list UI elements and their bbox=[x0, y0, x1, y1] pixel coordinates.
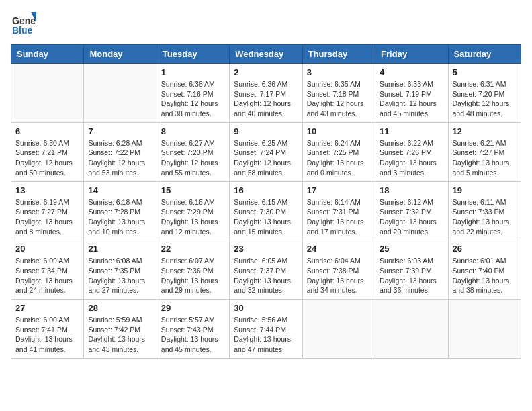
weekday-header-monday: Monday bbox=[84, 45, 157, 64]
calendar: SundayMondayTuesdayWednesdayThursdayFrid… bbox=[11, 44, 521, 359]
logo-icon: General Blue bbox=[11, 11, 36, 36]
calendar-cell: 22Sunrise: 6:07 AM Sunset: 7:36 PM Dayli… bbox=[157, 240, 229, 300]
day-number: 14 bbox=[88, 185, 152, 195]
day-info: Sunrise: 6:25 AM Sunset: 7:24 PM Dayligh… bbox=[234, 138, 298, 178]
calendar-cell: 9Sunrise: 6:25 AM Sunset: 7:24 PM Daylig… bbox=[230, 122, 302, 181]
day-number: 18 bbox=[380, 185, 443, 195]
day-number: 21 bbox=[88, 244, 152, 254]
calendar-cell: 6Sunrise: 6:30 AM Sunset: 7:21 PM Daylig… bbox=[11, 122, 84, 181]
weekday-header-tuesday: Tuesday bbox=[157, 45, 229, 64]
day-number: 20 bbox=[15, 244, 79, 254]
day-info: Sunrise: 6:03 AM Sunset: 7:39 PM Dayligh… bbox=[380, 256, 443, 295]
calendar-week-2: 6Sunrise: 6:30 AM Sunset: 7:21 PM Daylig… bbox=[11, 122, 521, 181]
day-info: Sunrise: 6:00 AM Sunset: 7:41 PM Dayligh… bbox=[15, 315, 79, 355]
calendar-cell bbox=[375, 300, 448, 359]
calendar-cell: 8Sunrise: 6:27 AM Sunset: 7:23 PM Daylig… bbox=[157, 122, 229, 181]
day-number: 3 bbox=[307, 67, 371, 77]
calendar-week-4: 20Sunrise: 6:09 AM Sunset: 7:34 PM Dayli… bbox=[11, 240, 521, 300]
calendar-cell: 20Sunrise: 6:09 AM Sunset: 7:34 PM Dayli… bbox=[11, 240, 84, 300]
calendar-week-3: 13Sunrise: 6:19 AM Sunset: 7:27 PM Dayli… bbox=[11, 181, 521, 240]
svg-text:Blue: Blue bbox=[12, 25, 33, 36]
day-number: 25 bbox=[380, 244, 443, 254]
calendar-cell bbox=[302, 300, 375, 359]
day-info: Sunrise: 5:57 AM Sunset: 7:43 PM Dayligh… bbox=[161, 315, 225, 355]
day-number: 8 bbox=[161, 126, 225, 136]
day-number: 2 bbox=[234, 67, 298, 77]
day-info: Sunrise: 6:22 AM Sunset: 7:26 PM Dayligh… bbox=[380, 138, 443, 178]
calendar-cell: 13Sunrise: 6:19 AM Sunset: 7:27 PM Dayli… bbox=[11, 181, 84, 240]
calendar-cell: 29Sunrise: 5:57 AM Sunset: 7:43 PM Dayli… bbox=[157, 300, 229, 359]
day-number: 17 bbox=[307, 185, 371, 195]
calendar-cell: 15Sunrise: 6:16 AM Sunset: 7:29 PM Dayli… bbox=[157, 181, 229, 240]
day-info: Sunrise: 6:14 AM Sunset: 7:31 PM Dayligh… bbox=[307, 197, 371, 237]
calendar-cell: 2Sunrise: 6:36 AM Sunset: 7:17 PM Daylig… bbox=[230, 64, 302, 123]
day-info: Sunrise: 6:15 AM Sunset: 7:30 PM Dayligh… bbox=[234, 197, 298, 237]
calendar-cell: 24Sunrise: 6:04 AM Sunset: 7:38 PM Dayli… bbox=[302, 240, 375, 300]
day-number: 23 bbox=[234, 244, 298, 254]
day-number: 29 bbox=[161, 303, 225, 313]
weekday-header-friday: Friday bbox=[375, 45, 448, 64]
day-number: 6 bbox=[15, 126, 79, 136]
day-info: Sunrise: 6:18 AM Sunset: 7:28 PM Dayligh… bbox=[88, 197, 152, 237]
calendar-cell: 7Sunrise: 6:28 AM Sunset: 7:22 PM Daylig… bbox=[84, 122, 157, 181]
calendar-cell: 10Sunrise: 6:24 AM Sunset: 7:25 PM Dayli… bbox=[302, 122, 375, 181]
calendar-cell: 19Sunrise: 6:11 AM Sunset: 7:33 PM Dayli… bbox=[448, 181, 521, 240]
day-number: 12 bbox=[453, 126, 517, 136]
weekday-header-wednesday: Wednesday bbox=[230, 45, 302, 64]
weekday-header-sunday: Sunday bbox=[11, 45, 84, 64]
calendar-cell: 1Sunrise: 6:38 AM Sunset: 7:16 PM Daylig… bbox=[157, 64, 229, 123]
calendar-cell: 21Sunrise: 6:08 AM Sunset: 7:35 PM Dayli… bbox=[84, 240, 157, 300]
day-number: 22 bbox=[161, 244, 225, 254]
day-info: Sunrise: 6:35 AM Sunset: 7:18 PM Dayligh… bbox=[307, 79, 371, 119]
day-info: Sunrise: 6:24 AM Sunset: 7:25 PM Dayligh… bbox=[307, 138, 371, 178]
calendar-cell: 27Sunrise: 6:00 AM Sunset: 7:41 PM Dayli… bbox=[11, 300, 84, 359]
weekday-header-row: SundayMondayTuesdayWednesdayThursdayFrid… bbox=[11, 45, 521, 64]
day-info: Sunrise: 6:21 AM Sunset: 7:27 PM Dayligh… bbox=[453, 138, 517, 178]
day-info: Sunrise: 6:38 AM Sunset: 7:16 PM Dayligh… bbox=[161, 79, 225, 119]
day-number: 10 bbox=[307, 126, 371, 136]
calendar-cell bbox=[84, 64, 157, 123]
day-info: Sunrise: 6:28 AM Sunset: 7:22 PM Dayligh… bbox=[88, 138, 152, 178]
day-info: Sunrise: 6:04 AM Sunset: 7:38 PM Dayligh… bbox=[307, 256, 371, 295]
logo: General Blue bbox=[11, 11, 36, 36]
weekday-header-saturday: Saturday bbox=[448, 45, 521, 64]
day-number: 15 bbox=[161, 185, 225, 195]
day-info: Sunrise: 5:56 AM Sunset: 7:44 PM Dayligh… bbox=[234, 315, 298, 355]
day-info: Sunrise: 6:05 AM Sunset: 7:37 PM Dayligh… bbox=[234, 256, 298, 295]
calendar-cell bbox=[448, 300, 521, 359]
day-info: Sunrise: 6:30 AM Sunset: 7:21 PM Dayligh… bbox=[15, 138, 79, 178]
day-number: 4 bbox=[380, 67, 443, 77]
day-info: Sunrise: 6:01 AM Sunset: 7:40 PM Dayligh… bbox=[453, 256, 517, 295]
day-number: 30 bbox=[234, 303, 298, 313]
calendar-cell: 14Sunrise: 6:18 AM Sunset: 7:28 PM Dayli… bbox=[84, 181, 157, 240]
day-info: Sunrise: 6:31 AM Sunset: 7:20 PM Dayligh… bbox=[453, 79, 517, 119]
day-number: 19 bbox=[453, 185, 517, 195]
day-number: 24 bbox=[307, 244, 371, 254]
header: General Blue bbox=[11, 11, 521, 36]
calendar-cell: 23Sunrise: 6:05 AM Sunset: 7:37 PM Dayli… bbox=[230, 240, 302, 300]
calendar-cell: 28Sunrise: 5:59 AM Sunset: 7:42 PM Dayli… bbox=[84, 300, 157, 359]
day-info: Sunrise: 5:59 AM Sunset: 7:42 PM Dayligh… bbox=[88, 315, 152, 355]
day-info: Sunrise: 6:33 AM Sunset: 7:19 PM Dayligh… bbox=[380, 79, 443, 119]
calendar-cell: 17Sunrise: 6:14 AM Sunset: 7:31 PM Dayli… bbox=[302, 181, 375, 240]
day-info: Sunrise: 6:07 AM Sunset: 7:36 PM Dayligh… bbox=[161, 256, 225, 295]
day-number: 27 bbox=[15, 303, 79, 313]
calendar-cell: 11Sunrise: 6:22 AM Sunset: 7:26 PM Dayli… bbox=[375, 122, 448, 181]
calendar-cell: 16Sunrise: 6:15 AM Sunset: 7:30 PM Dayli… bbox=[230, 181, 302, 240]
day-info: Sunrise: 6:36 AM Sunset: 7:17 PM Dayligh… bbox=[234, 79, 298, 119]
calendar-cell: 3Sunrise: 6:35 AM Sunset: 7:18 PM Daylig… bbox=[302, 64, 375, 123]
day-info: Sunrise: 6:09 AM Sunset: 7:34 PM Dayligh… bbox=[15, 256, 79, 295]
calendar-cell: 25Sunrise: 6:03 AM Sunset: 7:39 PM Dayli… bbox=[375, 240, 448, 300]
day-number: 1 bbox=[161, 67, 225, 77]
calendar-cell: 12Sunrise: 6:21 AM Sunset: 7:27 PM Dayli… bbox=[448, 122, 521, 181]
day-number: 5 bbox=[453, 67, 517, 77]
day-number: 28 bbox=[88, 303, 152, 313]
calendar-cell: 4Sunrise: 6:33 AM Sunset: 7:19 PM Daylig… bbox=[375, 64, 448, 123]
day-number: 11 bbox=[380, 126, 443, 136]
day-info: Sunrise: 6:19 AM Sunset: 7:27 PM Dayligh… bbox=[15, 197, 79, 237]
calendar-cell: 30Sunrise: 5:56 AM Sunset: 7:44 PM Dayli… bbox=[230, 300, 302, 359]
calendar-cell bbox=[11, 64, 84, 123]
day-number: 26 bbox=[453, 244, 517, 254]
day-info: Sunrise: 6:12 AM Sunset: 7:32 PM Dayligh… bbox=[380, 197, 443, 237]
calendar-cell: 18Sunrise: 6:12 AM Sunset: 7:32 PM Dayli… bbox=[375, 181, 448, 240]
